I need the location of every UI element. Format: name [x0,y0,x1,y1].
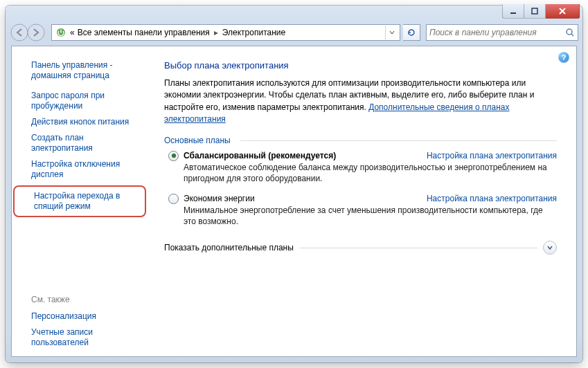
sidebar-link-home[interactable]: Панель управления - домашняя страница [12,57,150,84]
see-also-label: См. также [12,295,150,304]
caption-buttons [502,4,580,19]
search-box[interactable] [426,24,578,41]
plan-balanced-desc: Автоматическое соблюдение баланса между … [184,162,557,184]
svg-point-3 [28,24,44,41]
chevron-down-icon [389,30,395,35]
refresh-icon [407,28,416,37]
show-more-label: Показать дополнительные планы [164,243,294,252]
intro-paragraph: Планы электропитания используются для оп… [164,77,557,126]
sidebar-link-wake-password[interactable]: Запрос пароля при пробуждении [12,88,150,114]
group-label: Основные планы [164,136,557,145]
search-input[interactable] [427,28,562,37]
main-pane: ? Выбор плана электропитания Планы элект… [150,46,576,356]
sidebar-link-display-off[interactable]: Настройка отключения дисплея [12,156,150,183]
minimize-icon [510,8,517,15]
power-options-icon [55,26,67,39]
plan-balanced: Сбалансированный (рекомендуется) Настрой… [164,151,557,184]
plan-balanced-radio[interactable] [168,151,179,161]
sidebar-link-user-accounts[interactable]: Учетные записи пользователей [12,324,150,351]
refresh-button[interactable] [403,24,420,41]
expand-button[interactable] [543,241,557,255]
search-icon [562,28,578,37]
breadcrumb-separator-icon: ▸ [210,28,222,37]
sidebar-link-personalization[interactable]: Персонализация [12,309,150,324]
control-panel-window: « Все элементы панели управления ▸ Элект… [6,6,582,362]
sidebar-link-create-plan[interactable]: Создать план электропитания [12,130,150,156]
title-bar [6,6,582,22]
breadcrumb-parent[interactable]: Все элементы панели управления [78,28,210,37]
address-dropdown-button[interactable] [385,26,398,39]
close-button[interactable] [546,4,580,19]
plan-balanced-settings-link[interactable]: Настройка плана электропитания [427,151,557,160]
address-bar[interactable]: « Все элементы панели управления ▸ Элект… [51,24,400,41]
minimize-button[interactable] [502,4,524,19]
close-icon [558,8,567,15]
back-forward-icon [10,23,48,42]
svg-point-5 [567,29,572,35]
plan-eco-radio[interactable] [168,194,179,204]
client-area: Панель управления - домашняя страница За… [11,46,577,357]
sidebar: Панель управления - домашняя страница За… [12,46,150,356]
chevron-down-icon [546,244,553,251]
help-button[interactable]: ? [558,52,569,63]
maximize-button[interactable] [524,4,546,19]
divider [299,248,537,248]
svg-rect-1 [532,8,537,14]
sidebar-link-sleep[interactable]: Настройка перехода в спящий режим [13,185,146,217]
plan-balanced-name[interactable]: Сбалансированный (рекомендуется) [184,151,336,160]
svg-point-2 [11,24,28,41]
show-more-row: Показать дополнительные планы [164,241,557,255]
plan-eco-desc: Минимальное энергопотребление за счет ум… [184,205,557,227]
breadcrumb-prefix: « [70,28,75,37]
plan-eco: Экономия энергии Настройка плана электро… [164,194,557,227]
sidebar-link-button-actions[interactable]: Действия кнопок питания [12,114,150,130]
nav-back-forward[interactable] [10,23,48,42]
nav-bar: « Все элементы панели управления ▸ Элект… [10,22,578,43]
svg-rect-0 [510,12,516,14]
plan-eco-name[interactable]: Экономия энергии [184,194,255,203]
breadcrumb-current[interactable]: Электропитание [222,28,285,37]
maximize-icon [531,8,538,15]
page-title: Выбор плана электропитания [164,60,557,71]
plan-eco-settings-link[interactable]: Настройка плана электропитания [427,194,557,203]
